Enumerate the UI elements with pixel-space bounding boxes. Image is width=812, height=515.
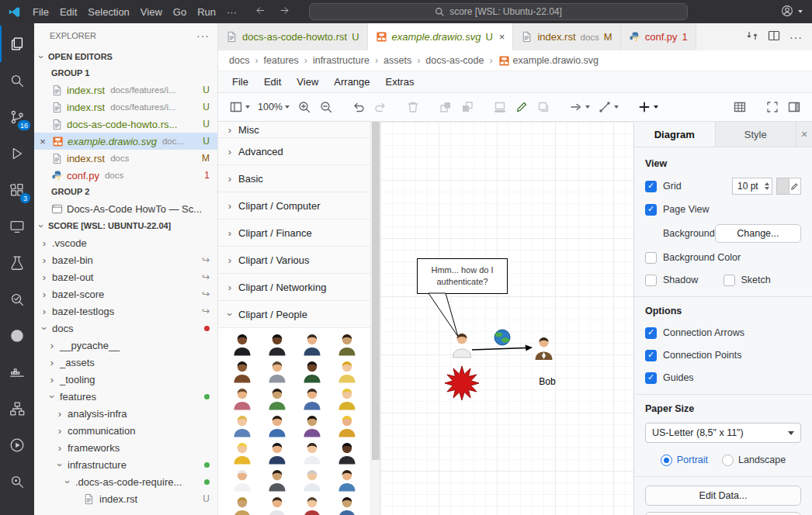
clipart-person[interactable] — [264, 495, 290, 515]
person-figure-asking[interactable] — [453, 334, 471, 358]
open-editor-item[interactable]: conf.pydocs1 — [34, 167, 217, 184]
tree-folder[interactable]: .vscode — [34, 234, 217, 251]
shape-section-clipart-finance[interactable]: Clipart / Finance — [218, 219, 370, 247]
drawio-menu-view[interactable]: View — [289, 73, 326, 91]
tree-folder[interactable]: docs — [34, 320, 217, 337]
shape-section-clipart-various[interactable]: Clipart / Various — [218, 247, 370, 274]
clipart-person[interactable] — [229, 359, 255, 384]
menu-run[interactable]: Run — [192, 4, 221, 20]
drawio-menu-extras[interactable]: Extras — [378, 73, 422, 91]
play-circle-icon[interactable] — [0, 427, 34, 463]
close-icon[interactable]: × — [796, 122, 812, 147]
clipart-person[interactable] — [229, 441, 255, 465]
tree-folder[interactable]: communication — [34, 422, 217, 439]
connection-style-button[interactable] — [566, 96, 593, 118]
shape-section-clipart-people[interactable]: Clipart / People — [218, 301, 370, 328]
compare-icon[interactable] — [746, 29, 758, 44]
menu-selection[interactable]: Selection — [82, 4, 134, 20]
menu-edit[interactable]: Edit — [54, 4, 82, 20]
clipart-person[interactable] — [299, 413, 325, 438]
spin-up-icon[interactable] — [765, 182, 769, 185]
shape-section-clipart-networking[interactable]: Clipart / Networking — [218, 274, 370, 301]
fill-color-button[interactable] — [490, 96, 510, 118]
menu-file[interactable]: File — [27, 4, 54, 20]
starburst-shape[interactable] — [445, 366, 479, 400]
waypoint-style-button[interactable] — [595, 96, 622, 118]
split-editor-icon[interactable] — [768, 29, 780, 44]
back-arrow-icon[interactable] — [255, 5, 266, 19]
docker-icon[interactable] — [0, 354, 34, 390]
run-debug-icon[interactable] — [0, 135, 34, 171]
clipart-person[interactable] — [334, 332, 360, 357]
shape-section-clipart-computer[interactable]: Clipart / Computer — [218, 192, 370, 219]
github-icon[interactable] — [0, 317, 34, 354]
tab-style[interactable]: Style — [716, 122, 797, 147]
person-figure-bob[interactable] — [536, 337, 553, 360]
clipart-person[interactable] — [334, 495, 360, 515]
clipart-person[interactable] — [334, 359, 360, 384]
undo-button[interactable] — [349, 96, 369, 118]
close-icon[interactable]: × — [499, 31, 505, 43]
testing-icon[interactable] — [0, 244, 34, 281]
delete-button[interactable] — [403, 96, 423, 118]
editor-tab[interactable]: index.rstdocsM — [513, 23, 620, 50]
tab-diagram[interactable]: Diagram — [634, 122, 716, 147]
tree-folder[interactable]: .docs-as-code-require... — [34, 473, 217, 490]
tree-file[interactable]: index.rstU — [34, 490, 217, 507]
editor-tab[interactable]: example.drawio.svgU× — [368, 23, 514, 50]
fullscreen-button[interactable] — [762, 96, 783, 118]
drawio-menu-edit[interactable]: Edit — [256, 73, 289, 91]
source-control-icon[interactable]: 16 — [0, 99, 34, 135]
clipart-person[interactable] — [299, 468, 325, 493]
chevron-down-icon[interactable] — [798, 10, 803, 13]
tree-folder[interactable]: __pycache__ — [34, 337, 217, 354]
zoom-level-button[interactable]: 100% — [255, 96, 293, 118]
clipart-person[interactable] — [264, 359, 290, 384]
grid-size-input[interactable]: 10 pt — [732, 178, 772, 195]
clipart-person[interactable] — [229, 468, 255, 493]
workspace-header[interactable]: SCORE [WSL: UBUNTU-22.04] — [34, 217, 217, 234]
breadcrumb-item[interactable]: docs — [229, 55, 249, 66]
clipart-person[interactable] — [334, 468, 360, 493]
clipart-person[interactable] — [334, 441, 360, 465]
shadow-checkbox[interactable] — [645, 275, 657, 286]
drawio-menu-arrange[interactable]: Arrange — [326, 73, 377, 91]
zoom-in-button[interactable] — [294, 96, 314, 118]
to-back-button[interactable] — [457, 96, 477, 118]
clipart-person[interactable] — [334, 413, 360, 438]
search-icon[interactable] — [0, 62, 34, 99]
page-view-checkbox[interactable] — [645, 204, 657, 216]
clipart-person[interactable] — [299, 386, 325, 411]
shape-section-basic[interactable]: Basic — [218, 165, 370, 192]
menu-more[interactable]: ··· — [221, 4, 242, 20]
clipart-person[interactable] — [229, 495, 255, 515]
clipart-person[interactable] — [229, 386, 255, 411]
zoom-out-button[interactable] — [316, 96, 336, 118]
forward-arrow-icon[interactable] — [279, 5, 290, 19]
open-editor-item[interactable]: ×example.drawio.svgdoc...U — [34, 133, 217, 150]
tree-folder[interactable]: bazel-testlogs↪ — [34, 302, 217, 320]
speech-bubble-tail[interactable] — [429, 293, 458, 337]
to-front-button[interactable] — [435, 96, 456, 118]
grid-color-button[interactable] — [776, 178, 801, 195]
tree-folder[interactable]: analysis-infra — [34, 405, 217, 422]
clipart-person[interactable] — [229, 332, 255, 357]
clipart-person[interactable] — [299, 359, 325, 384]
breadcrumb-item[interactable]: docs-as-code — [425, 55, 484, 66]
remote-explorer-icon[interactable] — [0, 208, 34, 244]
line-color-button[interactable] — [512, 96, 532, 118]
open-editor-item[interactable]: index.rstdocs/features/i...U — [34, 81, 217, 99]
table-button[interactable] — [730, 96, 750, 118]
clipart-person[interactable] — [334, 386, 360, 411]
open-editor-item[interactable]: Docs-As-Code HowTo — Sc... — [34, 200, 217, 217]
clipart-person[interactable] — [299, 441, 325, 465]
tree-folder[interactable]: bazel-bin↪ — [34, 251, 217, 268]
spin-down-icon[interactable] — [765, 187, 769, 190]
editor-tab[interactable]: conf.py1 — [621, 23, 696, 50]
grid-checkbox[interactable] — [645, 181, 657, 192]
tree-folder[interactable]: features — [34, 388, 217, 405]
breadcrumb-item[interactable]: example.drawio.svg — [498, 55, 599, 67]
sketch-checkbox[interactable] — [724, 275, 735, 286]
shape-section-advanced[interactable]: Advanced — [218, 138, 370, 165]
tree-folder[interactable]: bazel-score↪ — [34, 285, 217, 302]
